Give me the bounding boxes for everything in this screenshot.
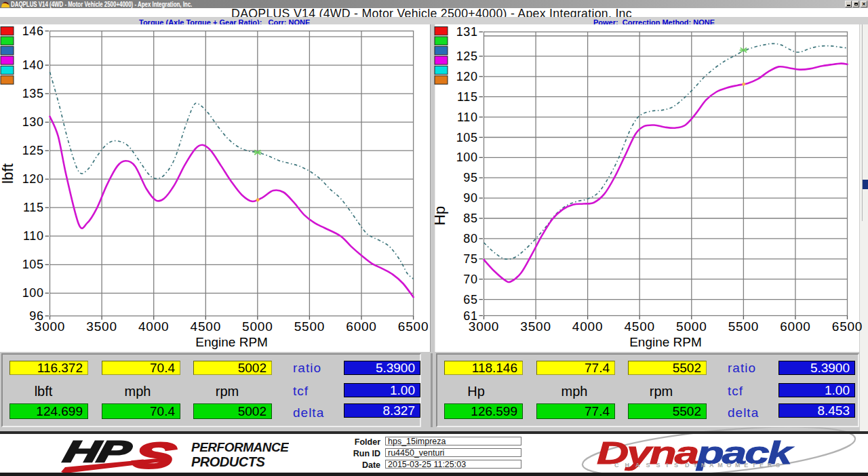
svg-text:S: S: [129, 435, 179, 473]
svg-text:PERFORMANCE: PERFORMANCE: [191, 440, 289, 454]
svg-text:PRODUCTS: PRODUCTS: [191, 454, 265, 469]
